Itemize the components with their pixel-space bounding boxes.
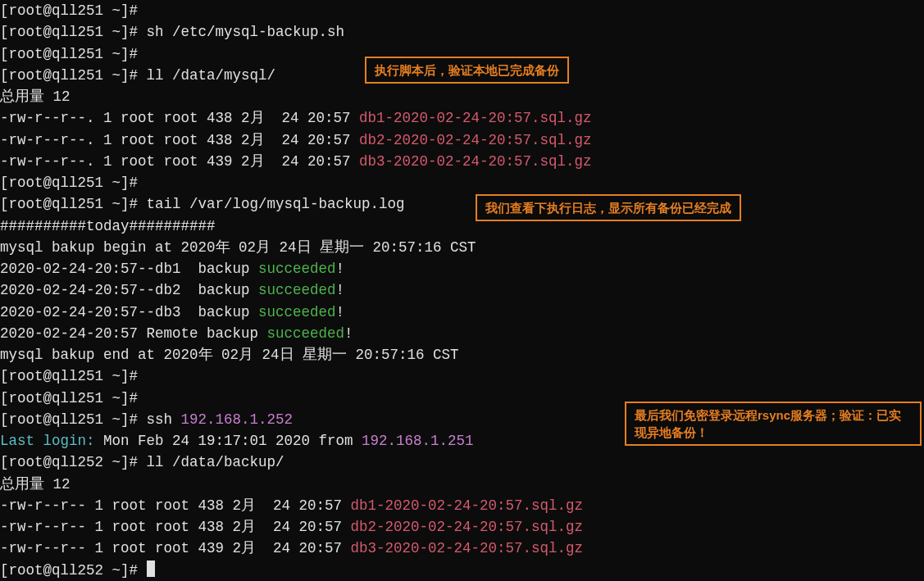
file-entry: -rw-r--r--. 1 root root 438 2月 24 20:57 … — [0, 129, 924, 151]
filename: db1-2020-02-24-20:57.sql.gz — [351, 497, 584, 514]
total-line: 总用量 12 — [0, 474, 924, 495]
status-succeeded: succeeded — [258, 282, 336, 298]
file-entry: -rw-r--r--. 1 root root 438 2月 24 20:57 … — [0, 107, 924, 129]
annotation-box-1: 执行脚本后，验证本地已完成备份 — [365, 57, 569, 84]
backup-status: 2020-02-24-20:57--db3 backup succeeded! — [0, 302, 924, 323]
file-entry: -rw-r--r-- 1 root root 439 2月 24 20:57 d… — [0, 538, 924, 559]
status-succeeded: succeeded — [258, 304, 336, 320]
total-line: 总用量 12 — [0, 86, 924, 107]
ip-address: 192.168.1.252 — [181, 411, 294, 428]
prompt-line: [root@qll251 ~]# — [0, 0, 924, 21]
login-label: Last login: — [0, 433, 95, 449]
command-line: [root@qll251 ~]# tail /var/log/mysql-bac… — [0, 193, 924, 215]
prompt-line: [root@qll251 ~]# — [0, 365, 924, 387]
prompt-line: [root@qll251 ~]# — [0, 172, 924, 193]
filename: db2-2020-02-24-20:57.sql.gz — [359, 132, 592, 148]
file-entry: -rw-r--r-- 1 root root 438 2月 24 20:57 d… — [0, 516, 924, 538]
filename: db3-2020-02-24-20:57.sql.gz — [359, 153, 592, 170]
backup-status: 2020-02-24-20:57--db1 backup succeeded! — [0, 258, 924, 279]
file-entry: -rw-r--r--. 1 root root 439 2月 24 20:57 … — [0, 151, 924, 172]
status-succeeded: succeeded — [258, 261, 336, 277]
log-end: mysql bakup end at 2020年 02月 24日 星期一 20:… — [0, 344, 924, 365]
prompt-line: [root@qll252 ~]# — [0, 560, 924, 581]
cursor-icon — [147, 561, 155, 577]
backup-status: 2020-02-24-20:57--db2 backup succeeded! — [0, 279, 924, 301]
log-begin: mysql bakup begin at 2020年 02月 24日 星期一 2… — [0, 237, 924, 258]
ip-address: 192.168.1.251 — [362, 433, 474, 449]
terminal-output[interactable]: [root@qll251 ~]# [root@qll251 ~]# sh /et… — [0, 0, 924, 581]
command-line: [root@qll251 ~]# sh /etc/mysql-backup.sh — [0, 21, 924, 43]
filename: db2-2020-02-24-20:57.sql.gz — [351, 519, 584, 535]
filename: db3-2020-02-24-20:57.sql.gz — [351, 540, 584, 556]
status-succeeded: succeeded — [267, 325, 345, 342]
annotation-box-2: 我们查看下执行日志，显示所有备份已经完成 — [476, 194, 741, 221]
filename: db1-2020-02-24-20:57.sql.gz — [359, 110, 592, 126]
annotation-box-3: 最后我们免密登录远程rsync服务器；验证：已实现异地备份！ — [625, 402, 922, 446]
command-line: [root@qll252 ~]# ll /data/backup/ — [0, 452, 924, 473]
remote-backup-status: 2020-02-24-20:57 Remote backup succeeded… — [0, 323, 924, 344]
log-separator: ##########today########## — [0, 216, 924, 237]
file-entry: -rw-r--r-- 1 root root 438 2月 24 20:57 d… — [0, 495, 924, 516]
